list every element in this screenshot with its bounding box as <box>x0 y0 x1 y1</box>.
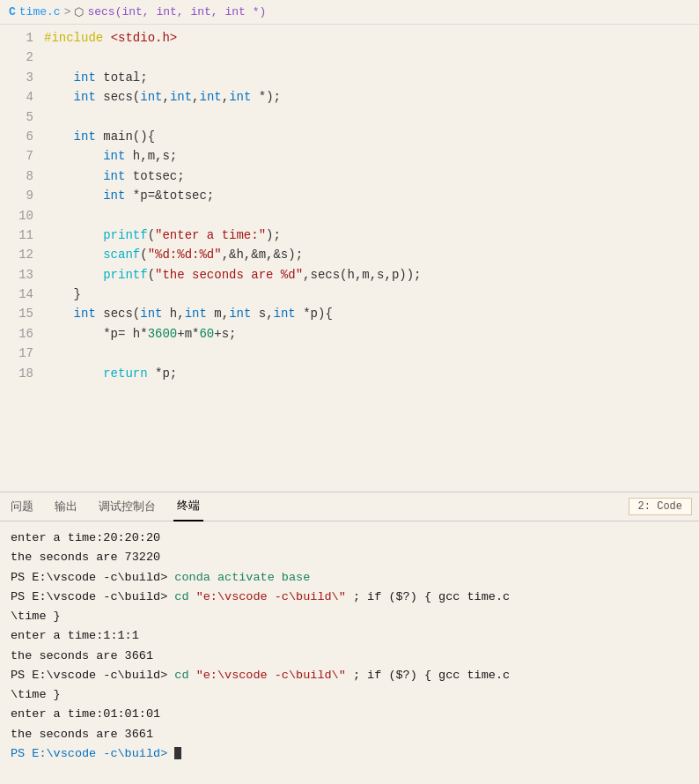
code-line: int main(){ <box>44 127 699 146</box>
terminal-line: PS E:\vscode -c\build> cd "e:\vscode -c\… <box>11 666 688 685</box>
terminal-instance-label[interactable]: 2: Code <box>629 498 692 515</box>
code-content[interactable]: #include <stdio.h> int total; int secs(i… <box>40 25 699 492</box>
terminal-line: \time } <box>11 685 688 705</box>
code-line <box>44 48 699 67</box>
breadcrumb-func[interactable]: secs(int, int, int, int *) <box>87 5 266 18</box>
breadcrumb-file[interactable]: time.c <box>19 5 61 18</box>
code-line: return *p; <box>44 364 699 383</box>
line-number: 7 <box>0 146 33 166</box>
code-line: printf("the seconds are %d",secs(h,m,s,p… <box>44 265 699 285</box>
line-number: 2 <box>0 48 33 67</box>
line-number: 12 <box>0 245 33 264</box>
line-number: 14 <box>0 285 33 304</box>
terminal-line: the seconds are 3661 <box>11 725 688 744</box>
code-line: int secs(int,int,int,int *); <box>44 87 699 107</box>
terminal-line: enter a time:01:01:01 <box>11 705 688 724</box>
terminal-line: PS E:\vscode -c\build> conda activate ba… <box>11 568 688 588</box>
line-number: 15 <box>0 304 33 323</box>
code-line <box>44 344 699 363</box>
tab-debug-console[interactable]: 调试控制台 <box>95 492 159 521</box>
cube-icon: ⬡ <box>74 5 84 19</box>
breadcrumb-sep1: > <box>64 5 71 18</box>
code-line <box>44 107 699 127</box>
code-line: printf("enter a time:"); <box>44 226 699 245</box>
terminal-line: the seconds are 73220 <box>11 548 688 567</box>
line-number: 4 <box>0 87 33 107</box>
line-number: 17 <box>0 344 33 363</box>
code-line: int secs(int h,int m,int s,int *p){ <box>44 304 699 323</box>
code-line: int total; <box>44 68 699 87</box>
terminal-panel[interactable]: enter a time:20:20:20the seconds are 732… <box>0 521 699 771</box>
line-number: 18 <box>0 364 33 383</box>
code-line: scanf("%d:%d:%d",&h,&m,&s); <box>44 245 699 264</box>
line-number: 13 <box>0 265 33 285</box>
panel-tabs: 问题 输出 调试控制台 终端 2: Code <box>0 492 699 521</box>
code-line: int totsec; <box>44 166 699 186</box>
line-number: 8 <box>0 166 33 186</box>
breadcrumb: C time.c > ⬡ secs(int, int, int, int *) <box>0 0 699 25</box>
line-number: 10 <box>0 206 33 226</box>
tab-output[interactable]: 输出 <box>51 492 81 521</box>
line-number: 9 <box>0 186 33 205</box>
code-line: *p= h*3600+m*60+s; <box>44 324 699 344</box>
terminal-line: PS E:\vscode -c\build> cd "e:\vscode -c\… <box>11 588 688 607</box>
terminal-line: enter a time:20:20:20 <box>11 529 688 548</box>
code-line: int *p=&totsec; <box>44 186 699 205</box>
file-icon: C <box>9 5 16 18</box>
line-number: 1 <box>0 28 33 48</box>
line-number: 16 <box>0 324 33 344</box>
code-line: } <box>44 285 699 304</box>
code-line <box>44 206 699 226</box>
terminal-line: PS E:\vscode -c\build> <box>11 744 688 764</box>
line-number: 11 <box>0 226 33 245</box>
line-number: 3 <box>0 68 33 87</box>
code-line: int h,m,s; <box>44 146 699 166</box>
code-editor[interactable]: 123456789101112131415161718 #include <st… <box>0 25 699 492</box>
code-line: #include <stdio.h> <box>44 28 699 48</box>
line-number: 5 <box>0 107 33 127</box>
tab-terminal[interactable]: 终端 <box>173 492 203 521</box>
terminal-cursor <box>174 747 181 759</box>
terminal-line: the seconds are 3661 <box>11 647 688 666</box>
line-numbers: 123456789101112131415161718 <box>0 25 40 492</box>
terminal-line: enter a time:1:1:1 <box>11 626 688 646</box>
tab-problems[interactable]: 问题 <box>7 492 37 521</box>
terminal-line: \time } <box>11 607 688 626</box>
line-number: 6 <box>0 127 33 146</box>
